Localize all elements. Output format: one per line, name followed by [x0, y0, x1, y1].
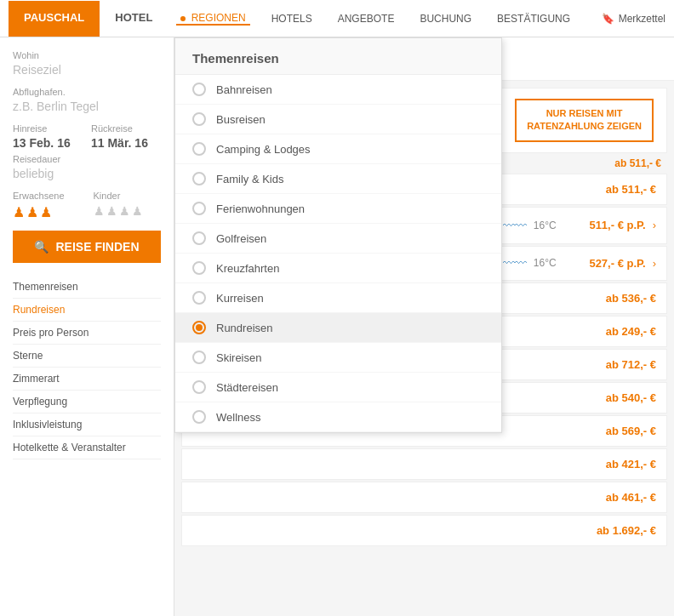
- abflug-label: Abflughafen.: [13, 87, 161, 97]
- dropdown-label-5: Golfreisen: [216, 232, 266, 245]
- radio-kurreisen[interactable]: [192, 291, 206, 305]
- dropdown-title: Themenreisen: [175, 38, 501, 75]
- dropdown-item-1[interactable]: Busreisen: [175, 105, 501, 134]
- sidebar-rundreisen[interactable]: Rundreisen: [13, 299, 161, 322]
- tab-pauschal[interactable]: PAUSCHAL: [9, 1, 100, 37]
- child-icon-4: ♟: [132, 204, 143, 218]
- result-row-8[interactable]: ab 421,- €: [181, 448, 667, 480]
- nav-links: REGIONEN HOTELS ANGEBOTE BUCHUNG BESTÄTI…: [176, 12, 574, 26]
- top-nav: PAUSCHAL HOTEL REGIONEN HOTELS ANGEBOTE …: [0, 0, 674, 37]
- radio-wellness[interactable]: [192, 410, 206, 424]
- temp-wave-2: 16°C: [534, 257, 557, 269]
- radio-bahnreisen[interactable]: [192, 83, 206, 96]
- content-area: • Rundreisen › alles zurücksetzen Standa…: [174, 37, 674, 616]
- main-layout: Wohin Reiseziel Abflughafen. z.B. Berlin…: [0, 37, 674, 616]
- date-row: Hinreise 13 Feb. 16 Rückreise 11 Mär. 16: [13, 123, 161, 150]
- dropdown-label-10: Städtereisen: [216, 381, 278, 394]
- search-button[interactable]: 🔍 REISE FINDEN: [13, 231, 161, 263]
- promo-cta-button[interactable]: NUR REISEN MIT RATENZAHLUNG ZEIGEN: [515, 99, 654, 142]
- dropdown-item-3[interactable]: Family & Kids: [175, 164, 501, 194]
- nav-bestaetigung[interactable]: BESTÄTIGUNG: [493, 13, 574, 25]
- dropdown-item-4[interactable]: Ferienwohnungen: [175, 194, 501, 224]
- person-icon-1: ♟: [13, 204, 25, 220]
- radio-camping[interactable]: [192, 142, 206, 156]
- dropdown-label-7: Kurreisen: [216, 292, 264, 305]
- themenreisen-dropdown: Themenreisen Bahnreisen Busreisen Campin…: [174, 37, 502, 433]
- dropdown-item-11[interactable]: Wellness: [175, 402, 501, 432]
- result-price-8: ab 421,- €: [580, 458, 656, 471]
- dropdown-item-9[interactable]: Skireisen: [175, 343, 501, 373]
- radio-rundreisen[interactable]: [192, 321, 206, 334]
- dropdown-label-11: Wellness: [216, 411, 261, 424]
- radio-staedtereisen[interactable]: [192, 380, 206, 394]
- child-icon-1: ♟: [94, 204, 105, 218]
- abflug-value[interactable]: z.B. Berlin Tegel: [13, 100, 161, 113]
- erwachsene-icons: ♟ ♟ ♟: [13, 204, 81, 220]
- radio-ferienwohnungen[interactable]: [192, 202, 206, 215]
- result-row-9[interactable]: ab 461,- €: [181, 482, 667, 513]
- dropdown-item-8[interactable]: Rundreisen: [175, 313, 501, 343]
- sidebar-inklusiv[interactable]: Inklusivleistung: [13, 414, 161, 436]
- dropdown-item-0[interactable]: Bahnreisen: [175, 75, 501, 105]
- dauer-value[interactable]: beliebig: [13, 167, 161, 180]
- radio-golfreisen[interactable]: [192, 231, 206, 245]
- sidebar-hotelkette[interactable]: Hotelkette & Veranstalter: [13, 436, 161, 459]
- sidebar-sterne[interactable]: Sterne: [13, 345, 161, 368]
- result-price-1: 511,- € p.P.: [569, 219, 646, 231]
- merkzettel-link[interactable]: 🔖 Merkzettel: [602, 13, 665, 25]
- result-price-10: ab 1.692,- €: [580, 524, 656, 537]
- dropdown-item-7[interactable]: Kurreisen: [175, 283, 501, 313]
- dropdown-label-2: Camping & Lodges: [216, 143, 311, 156]
- sidebar-verpflegung[interactable]: Verpflegung: [13, 391, 161, 414]
- dropdown-item-6[interactable]: Kreuzfahrten: [175, 254, 501, 283]
- erwachsene-group: Erwachsene ♟ ♟ ♟: [13, 191, 81, 220]
- nav-hotels[interactable]: HOTELS: [267, 13, 317, 25]
- kinder-label: Kinder: [94, 191, 162, 201]
- dropdown-label-3: Family & Kids: [216, 173, 283, 185]
- child-icon-3: ♟: [119, 204, 130, 218]
- result-price-3: ab 536,- €: [580, 292, 656, 305]
- radio-busreisen[interactable]: [192, 112, 206, 126]
- nav-buchung[interactable]: BUCHUNG: [415, 13, 476, 25]
- result-price-2: 527,- € p.P.: [569, 257, 646, 270]
- erwachsene-label: Erwachsene: [13, 191, 81, 201]
- radio-skireisen[interactable]: [192, 351, 206, 364]
- hinreise-col: Hinreise 13 Feb. 16: [13, 123, 83, 150]
- persons-row: Erwachsene ♟ ♟ ♟ Kinder ♟ ♟ ♟ ♟: [13, 191, 161, 220]
- search-icon: 🔍: [34, 240, 49, 254]
- nav-angebote[interactable]: ANGEBOTE: [334, 13, 399, 25]
- result-price-7: ab 569,- €: [580, 425, 656, 437]
- wave-icon-1: 〰〰: [503, 219, 527, 232]
- dropdown-label-0: Bahnreisen: [216, 83, 272, 96]
- dropdown-item-5[interactable]: Golfreisen: [175, 224, 501, 254]
- sidebar-preis[interactable]: Preis pro Person: [13, 322, 161, 345]
- radio-dot-rundreisen: [196, 324, 203, 331]
- dropdown-item-10[interactable]: Städtereisen: [175, 373, 501, 402]
- kinder-group: Kinder ♟ ♟ ♟ ♟: [94, 191, 162, 220]
- dropdown-item-2[interactable]: Camping & Lodges: [175, 134, 501, 164]
- bookmark-icon: 🔖: [602, 13, 614, 25]
- dropdown-label-1: Busreisen: [216, 113, 266, 126]
- nav-regionen[interactable]: REGIONEN: [176, 12, 249, 26]
- result-price-5: ab 712,- €: [580, 358, 656, 371]
- result-row-10[interactable]: ab 1.692,- €: [181, 515, 667, 546]
- hinreise-label: Hinreise: [13, 123, 83, 134]
- temp-wave-1: 16°C: [534, 220, 557, 231]
- rueckreise-date[interactable]: 11 Mär. 16: [91, 136, 161, 150]
- dropdown-label-8: Rundreisen: [216, 322, 273, 334]
- sidebar-themenreisen[interactable]: Themenreisen: [13, 276, 161, 299]
- dauer-label: Reisedauer: [13, 154, 161, 164]
- radio-family[interactable]: [192, 172, 206, 185]
- kinder-icons: ♟ ♟ ♟ ♟: [94, 204, 162, 218]
- wohin-value[interactable]: Reiseziel: [13, 63, 161, 77]
- tab-hotel[interactable]: HOTEL: [100, 1, 168, 37]
- person-icon-3: ♟: [40, 204, 52, 220]
- result-price-6: ab 540,- €: [580, 391, 656, 404]
- dropdown-label-9: Skireisen: [216, 351, 261, 364]
- result-price-9: ab 461,- €: [580, 491, 656, 504]
- sidebar: Wohin Reiseziel Abflughafen. z.B. Berlin…: [0, 37, 174, 616]
- hinreise-date[interactable]: 13 Feb. 16: [13, 136, 83, 150]
- child-icon-2: ♟: [106, 204, 117, 218]
- sidebar-zimmerart[interactable]: Zimmerart: [13, 368, 161, 391]
- radio-kreuzfahrten[interactable]: [192, 261, 206, 275]
